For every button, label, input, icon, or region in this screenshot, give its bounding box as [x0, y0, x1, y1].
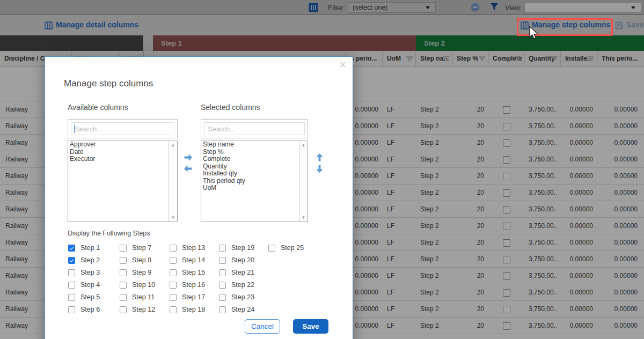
selected-column-item[interactable]: Quantity	[201, 163, 308, 171]
close-icon[interactable]: ×	[339, 59, 346, 71]
step-checkbox[interactable]	[219, 245, 226, 252]
selected-column-item[interactable]: This period qty	[201, 178, 308, 185]
step-checkbox-label: Step 2	[80, 257, 100, 264]
available-column-item[interactable]: Date	[68, 149, 177, 156]
step-checkbox-label: Step 6	[80, 306, 100, 313]
step-checkbox[interactable]	[268, 245, 275, 252]
step-checkbox[interactable]	[120, 269, 127, 276]
step-checkbox[interactable]	[219, 257, 226, 264]
step-checkbox[interactable]	[68, 294, 75, 301]
step-checkbox[interactable]	[120, 282, 127, 289]
available-column-item[interactable]: Approver	[68, 141, 177, 149]
selected-column-item[interactable]: UoM	[201, 185, 308, 192]
selected-column-item[interactable]: Installed qty	[201, 170, 308, 178]
step-checkbox-label: Step 7	[132, 245, 151, 252]
step-checkbox-label: Step 12	[132, 306, 155, 313]
step-checkbox[interactable]	[120, 245, 127, 252]
step-checkbox-label: Step 11	[132, 294, 155, 301]
step-checkbox-label: Step 13	[182, 245, 205, 252]
selected-column-item[interactable]: Step %	[201, 149, 308, 156]
step-checkbox-label: Step 23	[231, 294, 254, 301]
scroll-up-icon[interactable]: ▲	[299, 143, 308, 148]
step-checkbox[interactable]	[219, 306, 226, 313]
move-right-arrow-button[interactable]	[184, 153, 193, 162]
step-checkbox-label: Step 22	[231, 282, 254, 289]
step-checkbox[interactable]	[120, 257, 127, 264]
step-checkbox[interactable]	[170, 294, 177, 301]
step-checkbox[interactable]	[120, 306, 127, 313]
step-checkbox-label: Step 15	[182, 269, 205, 276]
text-caret	[74, 124, 75, 133]
manage-step-columns-dialog: × Manage step columns Available columns …	[45, 56, 353, 339]
step-checkbox[interactable]	[170, 257, 177, 264]
scrollbar[interactable]: ▲ ▼	[169, 141, 177, 222]
selected-columns-listbox[interactable]: Step nameStep %CompleteQuantityInstalled…	[201, 141, 308, 222]
step-checkbox[interactable]	[219, 294, 226, 301]
step-checkbox-label: Step 9	[132, 269, 151, 276]
selected-search-input[interactable]	[204, 122, 305, 135]
step-checkbox[interactable]	[219, 282, 226, 289]
step-checkbox-label: Step 8	[132, 257, 151, 264]
scroll-down-icon[interactable]: ▼	[299, 215, 308, 220]
selected-search-container	[201, 119, 308, 138]
step-checkbox[interactable]	[170, 306, 177, 313]
step-checkbox[interactable]	[170, 269, 177, 276]
dialog-title: Manage step columns	[64, 78, 153, 89]
display-steps-label: Display the Following Steps	[68, 230, 150, 237]
step-checkbox[interactable]	[120, 294, 127, 301]
available-search-container	[68, 119, 178, 138]
step-checkbox-label: Step 3	[80, 269, 100, 276]
available-column-item[interactable]: Executor	[68, 156, 177, 163]
step-checkbox-label: Step 24	[231, 306, 254, 313]
step-checkbox[interactable]	[170, 282, 177, 289]
step-checkbox-label: Step 19	[231, 245, 254, 252]
step-checkbox[interactable]	[68, 282, 75, 289]
selected-columns-label: Selected columns	[201, 103, 260, 112]
step-checkbox[interactable]	[219, 269, 226, 276]
step-checkbox[interactable]	[68, 245, 75, 252]
step-checkbox[interactable]	[68, 257, 75, 264]
selected-column-item[interactable]: Complete	[201, 156, 308, 163]
step-checkbox-label: Step 14	[182, 257, 205, 264]
scroll-up-icon[interactable]: ▲	[169, 143, 177, 148]
cancel-button[interactable]: Cancel	[245, 319, 280, 334]
step-checkbox-label: Step 18	[182, 306, 205, 313]
save-button[interactable]: Save	[293, 319, 328, 334]
scroll-down-icon[interactable]: ▼	[169, 215, 177, 220]
available-columns-listbox[interactable]: ApproverDateExecutor ▲ ▼	[68, 141, 178, 222]
step-checkbox-label: Step 17	[182, 294, 205, 301]
step-checkbox-label: Step 1	[80, 245, 100, 252]
selected-column-item[interactable]: Step name	[201, 141, 308, 149]
step-checkbox[interactable]	[68, 306, 75, 313]
step-checkbox-label: Step 5	[80, 294, 100, 301]
step-checkbox-label: Step 20	[231, 257, 254, 264]
available-search-input[interactable]	[71, 122, 174, 135]
available-columns-label: Available columns	[68, 103, 128, 112]
step-checkbox-label: Step 25	[281, 245, 304, 252]
move-left-arrow-button[interactable]	[184, 164, 193, 173]
step-checkbox-label: Step 21	[231, 269, 254, 276]
step-checkbox[interactable]	[68, 269, 75, 276]
step-checkbox-label: Step 16	[182, 282, 205, 289]
step-checkbox-label: Step 4	[80, 282, 100, 289]
move-up-arrow-button[interactable]	[315, 153, 324, 162]
step-checkbox[interactable]	[170, 245, 177, 252]
step-checkbox-label: Step 10	[132, 282, 155, 289]
app-window: Filter: (select one) View: Manage detail…	[0, 0, 644, 339]
scrollbar[interactable]: ▲ ▼	[299, 141, 308, 222]
move-down-arrow-button[interactable]	[315, 164, 324, 173]
